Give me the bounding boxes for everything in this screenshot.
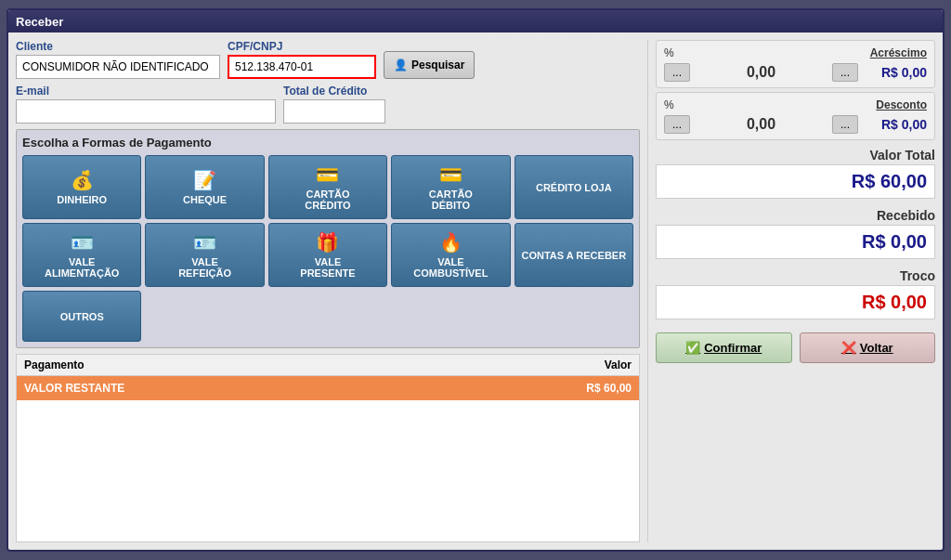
valor-total-section: Valor Total R$ 60,00 (656, 148, 935, 199)
desconto-dots1-button[interactable]: ... (664, 115, 690, 134)
desconto-title: Desconto (876, 98, 927, 111)
left-panel: Cliente CPF/CNPJ 👤 Pesquisar E-mail (16, 40, 640, 542)
troco-section: Troco R$ 0,00 (656, 263, 935, 319)
voltar-label: Voltar (860, 341, 893, 355)
desconto-pct-label: % (664, 98, 674, 111)
cartao-credito-button[interactable]: 💳 CARTÃOCRÉDITO (268, 155, 387, 219)
dinheiro-button[interactable]: 💰 DINHEIRO (22, 155, 141, 219)
desconto-total: R$ 0,00 (862, 117, 927, 132)
vale-alimentacao-button[interactable]: 🪪 VALEALIMENTAÇÃO (22, 223, 141, 287)
col-valor-header: Valor (539, 358, 632, 371)
payment-table: Pagamento Valor VALOR RESTANTE R$ 60,00 (16, 354, 640, 542)
dinheiro-icon: 💰 (71, 169, 94, 191)
cartao-debito-button[interactable]: 💳 CARTÃODÉBITO (391, 155, 510, 219)
valor-restante-row: VALOR RESTANTE R$ 60,00 (17, 376, 639, 400)
valor-total-label: Valor Total (656, 148, 935, 163)
vale-alimentacao-icon: 🪪 (71, 231, 94, 254)
cartao-credito-icon: 💳 (316, 163, 339, 186)
email-label: E-mail (16, 85, 276, 98)
valor-restante-label: VALOR RESTANTE (24, 382, 539, 395)
cpf-field-group: CPF/CNPJ (228, 40, 376, 79)
acrescimo-value: 0,00 (694, 64, 828, 81)
voltar-x-icon: ❌ (841, 341, 856, 355)
payment-section: Escolha a Formas de Pagamento 💰 DINHEIRO… (16, 129, 640, 348)
pesquisar-button[interactable]: 👤 Pesquisar (384, 51, 475, 79)
recebido-display: R$ 0,00 (656, 225, 935, 259)
action-buttons: ✅ Confirmar ❌ Voltar (656, 332, 935, 363)
acrescimo-values-row: ... 0,00 ... R$ 0,00 (664, 63, 927, 82)
col-pagamento-header: Pagamento (24, 358, 539, 371)
recebido-section: Recebido R$ 0,00 (656, 202, 935, 259)
confirmar-label: Confirmar (704, 341, 762, 355)
desconto-values-row: ... 0,00 ... R$ 0,00 (664, 115, 927, 134)
cliente-input[interactable] (16, 55, 220, 79)
vale-refeicao-icon: 🪪 (193, 231, 216, 254)
valor-restante-value: R$ 60,00 (539, 382, 632, 395)
confirmar-button[interactable]: ✅ Confirmar (656, 332, 792, 363)
right-panel: % Acréscimo ... 0,00 ... R$ 0,00 % Desco… (647, 40, 935, 542)
acrescimo-title: Acréscimo (870, 46, 927, 59)
cartao-debito-icon: 💳 (439, 163, 462, 186)
payment-table-header: Pagamento Valor (17, 355, 639, 376)
desconto-section: % Desconto ... 0,00 ... R$ 0,00 (656, 92, 935, 140)
desconto-label-row: % Desconto (664, 98, 927, 111)
cheque-icon: 📝 (193, 169, 216, 191)
payment-grid: 💰 DINHEIRO 📝 CHEQUE 💳 CARTÃOCRÉDITO (22, 155, 633, 342)
desconto-value: 0,00 (694, 116, 828, 133)
cliente-label: Cliente (16, 40, 220, 53)
vale-presente-icon: 🎁 (316, 231, 339, 254)
acrescimo-dots1-button[interactable]: ... (664, 63, 690, 82)
vale-combustivel-button[interactable]: 🔥 VALECOMBUSTÍVEL (391, 223, 510, 287)
title-bar: Receber (8, 10, 943, 33)
credito-input (283, 99, 385, 124)
troco-label: Troco (656, 268, 935, 283)
vale-refeicao-button[interactable]: 🪪 VALEREFEIÇÃO (145, 223, 264, 287)
acrescimo-section: % Acréscimo ... 0,00 ... R$ 0,00 (656, 40, 935, 88)
email-input[interactable] (16, 99, 276, 124)
credito-label: Total de Crédito (283, 85, 385, 98)
credito-loja-button[interactable]: CRÉDITO LOJA (515, 155, 633, 219)
troco-display: R$ 0,00 (656, 285, 935, 319)
acrescimo-label-row: % Acréscimo (664, 46, 927, 59)
acrescimo-total: R$ 0,00 (862, 65, 927, 80)
main-window: Receber Cliente CPF/CNPJ 👤 Pesquisar (7, 8, 944, 552)
vale-presente-button[interactable]: 🎁 VALEPRESENTE (268, 223, 387, 287)
payment-section-title: Escolha a Formas de Pagamento (22, 136, 633, 150)
recebido-label: Recebido (656, 208, 935, 223)
voltar-button[interactable]: ❌ Voltar (800, 332, 936, 363)
form-row-1: Cliente CPF/CNPJ 👤 Pesquisar (16, 40, 640, 79)
contas-receber-button[interactable]: CONTAS A RECEBER (515, 223, 633, 287)
email-field-group: E-mail (16, 85, 276, 124)
cpf-input[interactable] (228, 55, 376, 79)
confirmar-check-icon: ✅ (685, 341, 700, 355)
acrescimo-dots2-button[interactable]: ... (832, 63, 858, 82)
acrescimo-pct-label: % (664, 46, 674, 59)
credito-field-group: Total de Crédito (283, 85, 385, 124)
window-title: Receber (16, 15, 63, 29)
cheque-button[interactable]: 📝 CHEQUE (145, 155, 264, 219)
outros-button[interactable]: OUTROS (22, 291, 141, 342)
desconto-dots2-button[interactable]: ... (832, 115, 858, 134)
form-row-2: E-mail Total de Crédito (16, 85, 640, 124)
vale-combustivel-icon: 🔥 (439, 231, 462, 254)
person-search-icon: 👤 (394, 59, 408, 72)
cpf-label: CPF/CNPJ (228, 40, 376, 53)
valor-total-display: R$ 60,00 (656, 164, 935, 199)
cliente-field-group: Cliente (16, 40, 220, 79)
